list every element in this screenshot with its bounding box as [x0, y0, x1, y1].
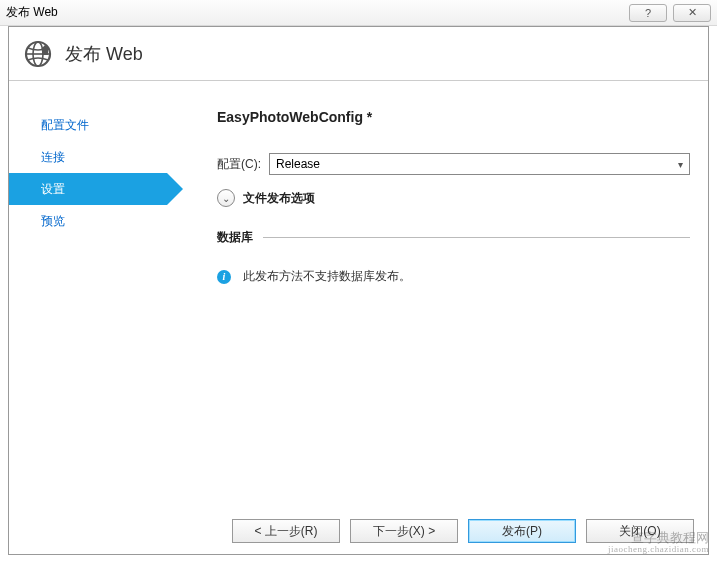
sidebar-item-connection[interactable]: 连接: [9, 141, 167, 173]
dialog-title: 发布 Web: [65, 42, 143, 66]
prev-button[interactable]: < 上一步(R): [232, 519, 340, 543]
sidebar-item-profile[interactable]: 配置文件: [9, 109, 167, 141]
content-area: 配置文件 连接 设置 预览 EasyPhotoWebConfig * 配置(C)…: [9, 81, 708, 508]
file-options-expander[interactable]: ⌄ 文件发布选项: [217, 189, 690, 207]
titlebar-buttons: ? ✕: [629, 4, 711, 22]
titlebar: 发布 Web ? ✕: [0, 0, 717, 26]
chevron-down-icon: ⌄: [217, 189, 235, 207]
info-message: 此发布方法不支持数据库发布。: [243, 268, 411, 285]
sidebar-item-label: 配置文件: [41, 117, 89, 134]
sidebar-item-label: 连接: [41, 149, 65, 166]
profile-name: EasyPhotoWebConfig *: [217, 109, 690, 125]
sidebar: 配置文件 连接 设置 预览: [9, 81, 167, 508]
info-icon: i: [217, 270, 231, 284]
globe-icon: [23, 39, 53, 69]
dialog-footer: < 上一步(R) 下一步(X) > 发布(P) 关闭(O): [9, 508, 708, 554]
dialog-body: 发布 Web 配置文件 连接 设置 预览 EasyPhotoWebConfig …: [8, 26, 709, 555]
next-button[interactable]: 下一步(X) >: [350, 519, 458, 543]
dialog-header: 发布 Web: [9, 27, 708, 81]
info-row: i 此发布方法不支持数据库发布。: [217, 268, 690, 285]
sidebar-item-label: 设置: [41, 181, 65, 198]
close-button[interactable]: 关闭(O): [586, 519, 694, 543]
database-heading: 数据库: [217, 229, 690, 246]
sidebar-item-settings[interactable]: 设置: [9, 173, 167, 205]
sidebar-item-label: 预览: [41, 213, 65, 230]
file-options-label: 文件发布选项: [243, 190, 315, 207]
config-select[interactable]: Release: [269, 153, 690, 175]
sidebar-item-preview[interactable]: 预览: [9, 205, 167, 237]
config-row: 配置(C): Release: [217, 153, 690, 175]
close-window-button[interactable]: ✕: [673, 4, 711, 22]
main-panel: EasyPhotoWebConfig * 配置(C): Release ⌄ 文件…: [167, 81, 708, 508]
window-title: 发布 Web: [6, 4, 58, 21]
help-button[interactable]: ?: [629, 4, 667, 22]
config-label: 配置(C):: [217, 156, 261, 173]
database-heading-label: 数据库: [217, 229, 253, 246]
config-value: Release: [276, 157, 320, 171]
publish-button[interactable]: 发布(P): [468, 519, 576, 543]
